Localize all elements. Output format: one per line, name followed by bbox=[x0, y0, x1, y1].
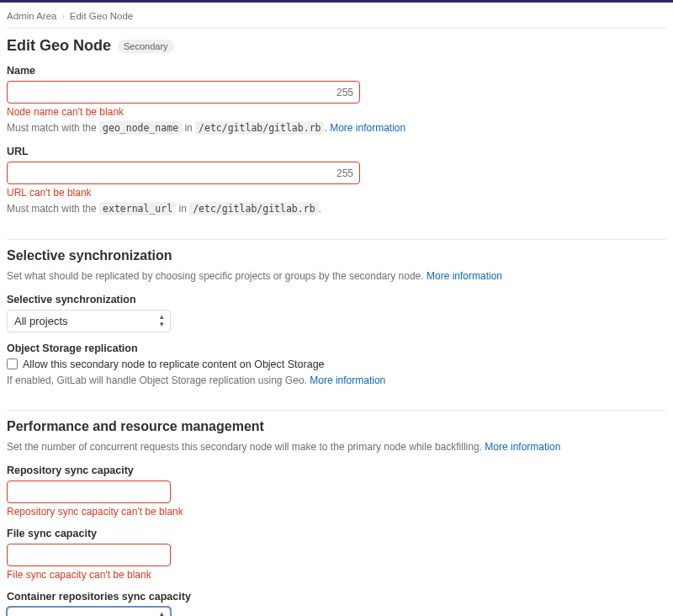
chevron-right-icon: › bbox=[61, 12, 64, 21]
file-sync-input[interactable] bbox=[7, 544, 171, 566]
object-storage-checkbox-label: Allow this secondary node to replicate c… bbox=[23, 358, 325, 370]
perf-more-info-link[interactable]: More information bbox=[485, 441, 560, 453]
url-input[interactable] bbox=[7, 162, 360, 184]
selective-sync-title: Selective synchronization bbox=[7, 248, 666, 263]
url-help: Must match with the external_url in /etc… bbox=[7, 201, 666, 216]
url-error: URL can't be blank bbox=[7, 187, 666, 199]
status-badge: Secondary bbox=[118, 40, 174, 53]
breadcrumb: Admin Area › Edit Geo Node bbox=[7, 9, 666, 28]
perf-desc: Set the number of concurrent requests th… bbox=[7, 439, 666, 454]
object-storage-label: Object Storage replication bbox=[7, 343, 666, 354]
object-storage-checkbox[interactable] bbox=[7, 358, 18, 369]
code-external-url: external_url bbox=[99, 202, 176, 215]
file-sync-error: File sync capacity can't be blank bbox=[7, 569, 666, 581]
selective-sync-desc: Set what should be replicated by choosin… bbox=[7, 268, 666, 284]
selective-sync-select[interactable]: All projects ▴▾ bbox=[7, 310, 171, 332]
name-label: Name bbox=[7, 65, 666, 77]
breadcrumb-current: Edit Geo Node bbox=[70, 11, 133, 21]
file-sync-label: File sync capacity bbox=[7, 528, 666, 539]
repo-sync-input[interactable] bbox=[7, 481, 171, 503]
selective-sync-select-label: Selective synchronization bbox=[7, 294, 666, 305]
name-more-info-link[interactable]: More information bbox=[330, 122, 405, 134]
selective-sync-more-info-link[interactable]: More information bbox=[427, 270, 502, 282]
url-label: URL bbox=[7, 146, 666, 157]
perf-title: Performance and resource management bbox=[7, 419, 666, 434]
name-error: Node name can't be blank bbox=[7, 106, 666, 118]
breadcrumb-admin[interactable]: Admin Area bbox=[7, 11, 56, 21]
page-title-text: Edit Geo Node bbox=[7, 37, 111, 55]
repo-sync-label: Repository sync capacity bbox=[7, 465, 666, 476]
name-help: Must match with the geo_node_name in /et… bbox=[7, 120, 666, 135]
page-title: Edit Geo Node Secondary bbox=[7, 37, 666, 55]
name-input[interactable] bbox=[7, 81, 360, 104]
selective-sync-select-input[interactable]: All projects bbox=[7, 310, 171, 332]
code-gitlab-rb-path: /etc/gitlab/gitlab.rb bbox=[195, 121, 324, 135]
repo-sync-error: Repository sync capacity can't be blank bbox=[7, 506, 666, 518]
object-storage-help: If enabled, GitLab will handle Object St… bbox=[7, 373, 666, 388]
container-sync-select-input[interactable] bbox=[7, 607, 171, 617]
object-storage-more-info-link[interactable]: More information bbox=[310, 374, 385, 386]
container-sync-stepper[interactable]: ▴▾ bbox=[7, 607, 171, 617]
container-sync-label: Container repositories sync capacity bbox=[7, 591, 666, 603]
code-gitlab-rb-path-2: /etc/gitlab/gitlab.rb bbox=[189, 202, 318, 215]
code-geo-node-name: geo_node_name bbox=[99, 121, 182, 135]
